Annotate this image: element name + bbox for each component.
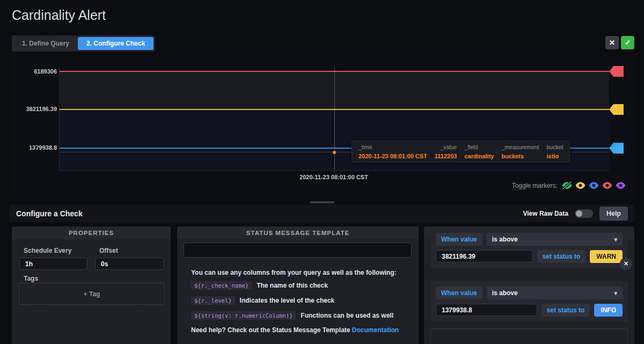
template-hint-row: ${string(v: r.numericColumn)} Functions … — [191, 311, 393, 320]
condition-value: is above — [492, 236, 518, 243]
tooltip-col-bucket: bucket istio — [547, 144, 564, 159]
eye-red-icon[interactable] — [602, 181, 612, 189]
configure-check-bar: Configure a Check View Raw Data Help — [10, 204, 634, 222]
tooltip-col-time: _time 2020-11-23 08:01:00 CST — [358, 144, 427, 159]
toggle-markers-row: Toggle markers: — [512, 181, 626, 189]
tab-configure-check[interactable]: 2. Configure Check — [78, 37, 153, 50]
cancel-button[interactable]: ✕ — [605, 36, 619, 49]
status-message-template-panel: STATUS MESSAGE TEMPLATE You can use any … — [177, 226, 419, 344]
tooltip-col-value: _value 1112203 — [435, 144, 457, 159]
template-intro-text: You can use any columns from your query … — [191, 269, 397, 276]
remove-threshold-button[interactable]: ✕ — [620, 258, 632, 270]
check-icon: ✓ — [625, 39, 631, 47]
condition-dropdown[interactable]: is above ▾ — [487, 233, 623, 246]
eye-purple-icon[interactable] — [616, 181, 626, 189]
warn-status-button[interactable]: WARN — [590, 250, 623, 263]
warn-threshold-handle[interactable] — [609, 104, 624, 115]
help-button[interactable]: Help — [599, 207, 628, 221]
y-axis-label-warn: 3821196.39 — [10, 106, 57, 112]
help-prefix-text: Need help? Check out the Status Message … — [191, 326, 352, 334]
tooltip-value: istio — [547, 153, 564, 159]
code-string-fn: ${string(v: r.numericColumn)} — [191, 311, 296, 320]
offset-label: Offset — [99, 247, 164, 254]
properties-panel: PROPERTIES Schedule Every Offset Tags + … — [12, 226, 171, 344]
confirm-button[interactable]: ✓ — [621, 36, 634, 49]
y-axis-label-crit: 6189306 — [10, 68, 57, 75]
hover-crosshair — [334, 67, 335, 170]
code-string-fn-desc: Functions can be used as well — [301, 312, 393, 319]
code-check-name: ${r._check_name} — [191, 281, 252, 290]
toggle-markers-label: Toggle markers: — [512, 182, 558, 189]
chevron-down-icon: ▾ — [614, 236, 617, 243]
threshold-value-input[interactable] — [436, 304, 537, 316]
schedule-every-label: Schedule Every — [24, 247, 87, 254]
configure-check-title: Configure a Check — [16, 209, 83, 218]
add-tag-label: + Tag — [84, 290, 100, 298]
when-value-chip[interactable]: When value — [436, 233, 482, 246]
tooltip-header: bucket — [547, 144, 564, 150]
y-axis-label-info: 1379938.8 — [10, 144, 57, 151]
check-preview-chart: 6189306 3821196.39 1379938.8 _time 2020-… — [10, 55, 634, 199]
status-template-header: STATUS MESSAGE TEMPLATE — [177, 226, 419, 239]
set-status-to-chip[interactable]: set status to — [537, 250, 586, 263]
chevron-down-icon: ▾ — [614, 290, 617, 297]
tags-label: Tags — [24, 275, 38, 282]
template-hint-row: ${r._check_name} The name of this check — [191, 281, 328, 290]
template-hint-row: ${r._level} Indicates the level of the c… — [191, 296, 334, 305]
code-level: ${r._level} — [191, 296, 235, 305]
add-tag-button[interactable]: + Tag — [19, 283, 165, 305]
page-title: Cardinality Alert — [12, 8, 106, 23]
tooltip-value: cardinality — [464, 153, 494, 159]
chart-tooltip: _time 2020-11-23 08:01:00 CST _value 111… — [352, 141, 570, 163]
add-ok-threshold-button[interactable]: + OK — [430, 328, 628, 344]
eye-yellow-icon[interactable] — [575, 181, 586, 189]
properties-header: PROPERTIES — [12, 226, 171, 239]
close-icon: ✕ — [609, 39, 615, 47]
code-check-name-desc: The name of this check — [257, 282, 328, 289]
crit-threshold-handle[interactable] — [609, 66, 624, 77]
eye-slash-green-icon[interactable] — [562, 181, 572, 189]
thresholds-panel: THRESHOLDS When value is above ▾ set sta… — [424, 226, 634, 344]
tooltip-value: 1112203 — [435, 153, 457, 159]
wizard-tabbar: 1. Define Query 2. Configure Check — [12, 35, 155, 52]
tab-define-query[interactable]: 1. Define Query — [13, 37, 78, 50]
thresholds-scroll-area[interactable]: When value is above ▾ set status to WARN… — [424, 228, 634, 332]
tooltip-value: buckets — [501, 153, 539, 159]
threshold-card-warn: When value is above ▾ set status to WARN — [430, 228, 628, 268]
tooltip-header: _measurement — [501, 144, 539, 150]
code-level-desc: Indicates the level of the check — [240, 297, 335, 304]
view-raw-data-toggle[interactable] — [575, 209, 593, 218]
eye-blue-icon[interactable] — [589, 181, 599, 189]
view-raw-data-label: View Raw Data — [523, 210, 568, 217]
tooltip-header: _time — [358, 144, 427, 150]
info-threshold-handle[interactable] — [609, 143, 624, 153]
condition-value: is above — [492, 289, 518, 297]
hovered-data-point — [333, 151, 336, 154]
documentation-link[interactable]: Documentation — [352, 326, 399, 334]
tooltip-value: 2020-11-23 08:01:00 CST — [358, 153, 427, 159]
status-message-textarea[interactable] — [184, 243, 412, 258]
template-help-line: Need help? Check out the Status Message … — [191, 326, 399, 334]
condition-dropdown[interactable]: is above ▾ — [487, 287, 623, 299]
resize-drag-handle[interactable] — [310, 201, 334, 203]
when-value-chip[interactable]: When value — [436, 287, 482, 299]
threshold-value-input[interactable] — [436, 250, 533, 262]
tooltip-header: _field — [464, 144, 494, 150]
close-icon: ✕ — [624, 260, 628, 267]
x-axis-tick — [334, 171, 334, 173]
info-status-button[interactable]: INFO — [594, 304, 623, 317]
offset-input[interactable] — [95, 258, 164, 270]
tooltip-col-field: _field cardinality — [464, 144, 494, 159]
set-status-to-chip[interactable]: set status to — [541, 304, 590, 317]
tooltip-col-measurement: _measurement buckets — [501, 144, 539, 159]
toggle-knob — [576, 210, 582, 217]
x-axis-label: 2020-11-23 08:01:00 CST — [280, 174, 387, 180]
tooltip-header: _value — [435, 144, 457, 150]
threshold-card-info: When value is above ▾ set status to INFO — [430, 281, 628, 322]
schedule-every-input[interactable] — [19, 258, 87, 270]
